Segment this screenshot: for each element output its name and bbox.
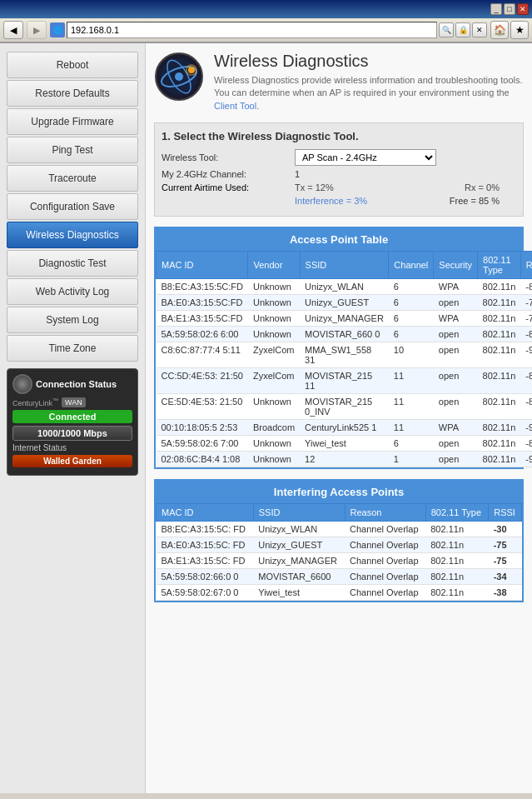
- sidebar-item-wireless-diagnostics[interactable]: Wireless Diagnostics: [7, 222, 138, 248]
- ap-channel: 6: [389, 327, 434, 342]
- ap-col-ssid: SSID: [300, 252, 389, 279]
- ap-ssid: Yiwei_test: [300, 436, 389, 452]
- client-tool-link[interactable]: Client Tool: [214, 101, 256, 111]
- ap-security: WPA: [434, 311, 478, 327]
- iap-type: 802.11n: [425, 553, 488, 569]
- ap-mac: 5A:59:58:02:6 7:00: [157, 436, 248, 452]
- sidebar-item-diagnostic-test[interactable]: Diagnostic Test: [7, 250, 138, 277]
- ap-type: 802.11n: [478, 452, 521, 467]
- search-icon[interactable]: 🔍: [439, 22, 454, 37]
- iap-ssid: Unizyx_MANAGER: [253, 553, 345, 569]
- ap-channel: 1: [389, 452, 434, 467]
- sidebar-item-web-activity-log[interactable]: Web Activity Log: [7, 278, 138, 305]
- iap-rssi: -75: [489, 537, 522, 553]
- connected-badge: Connected: [12, 410, 132, 423]
- wireless-diagnostics-icon: [154, 52, 204, 102]
- iap-rssi: -38: [489, 585, 522, 601]
- ap-rssi: -94: [520, 452, 532, 467]
- ap-channel: 11: [389, 420, 434, 436]
- sidebar-item-system-log[interactable]: System Log: [7, 307, 138, 333]
- ap-type: 802.11n: [478, 279, 521, 295]
- ap-rssi: -84: [520, 327, 532, 342]
- ap-security: open: [434, 394, 478, 420]
- ap-vendor: ZyxelCom: [248, 368, 300, 394]
- ap-vendor: Unknown: [248, 327, 300, 342]
- walled-garden-badge: Walled Garden: [12, 455, 132, 467]
- ap-type: 802.11n: [478, 368, 521, 394]
- ap-security: WPA: [434, 420, 478, 436]
- connection-status-widget: Connection Status CenturyLink™ WAN Conne…: [7, 368, 138, 476]
- sidebar-item-restore-defaults[interactable]: Restore Defaults: [7, 80, 138, 107]
- address-input[interactable]: [67, 22, 437, 38]
- list-item: 5A:59:58:02:66:0 0 MOVISTAR_6600 Channel…: [157, 569, 522, 585]
- page-description: Wireless Diagnostics provide wireless in…: [214, 74, 524, 112]
- ap-rssi: -88: [520, 436, 532, 452]
- iap-type: 802.11n: [425, 537, 488, 553]
- wan-row: CenturyLink™ WAN: [12, 397, 132, 407]
- ap-security: open: [434, 342, 478, 368]
- iap-table-box: Interfering Access Points MAC ID SSID Re…: [154, 479, 524, 602]
- ap-security: open: [434, 327, 478, 342]
- ap-col-vendor: Vendor: [248, 252, 300, 279]
- close-button[interactable]: ✕: [517, 3, 529, 15]
- channel-label: My 2.4GHz Channel:: [162, 169, 295, 179]
- ap-type: 802.11n: [478, 342, 521, 368]
- wireless-tool-select[interactable]: AP Scan - 2.4GHz AP Scan - 5GHz Spectrum…: [295, 149, 436, 166]
- interference-value: Interference = 3%: [295, 196, 450, 206]
- iap-reason: Channel Overlap: [345, 537, 425, 553]
- sidebar-item-config-save[interactable]: Configuration Save: [7, 193, 138, 220]
- ap-security: open: [434, 295, 478, 311]
- ap-rssi: -92: [520, 420, 532, 436]
- ap-col-security: Security: [434, 252, 478, 279]
- table-row: 5A:59:58:02:6 7:00 Unknown Yiwei_test 6 …: [157, 436, 533, 452]
- sidebar-item-time-zone[interactable]: Time Zone: [7, 335, 138, 362]
- airtime-label: Current Airtime Used:: [162, 182, 295, 192]
- iap-reason: Channel Overlap: [345, 585, 425, 601]
- maximize-button[interactable]: □: [504, 3, 515, 15]
- diagnostic-tool-section: 1. Select the Wireless Diagnostic Tool. …: [154, 122, 524, 217]
- header-text: Wireless Diagnostics Wireless Diagnostic…: [214, 52, 524, 112]
- connection-icon: [12, 374, 32, 394]
- sidebar-item-reboot[interactable]: Reboot: [7, 52, 138, 78]
- ap-ssid: MOVISTAR_215 0_INV: [300, 394, 389, 420]
- sidebar-item-upgrade-firmware[interactable]: Upgrade Firmware: [7, 108, 138, 135]
- back-button[interactable]: ◀: [3, 21, 23, 39]
- ap-ssid: Unizyx_MANAGER: [300, 311, 389, 327]
- ap-rssi: -91: [520, 342, 532, 368]
- channel-value: 1: [295, 169, 516, 179]
- star-icon[interactable]: ★: [510, 21, 529, 39]
- svg-point-5: [188, 67, 195, 73]
- wireless-tool-label: Wireless Tool:: [162, 152, 295, 162]
- ap-col-mac: MAC ID: [157, 252, 248, 279]
- ap-ssid: 12: [300, 452, 389, 467]
- table-row: C8:6C:87:77:4 5:11 ZyxelCom MMA_SW1_558 …: [157, 342, 533, 368]
- title-bar: _ □ ✕: [0, 0, 532, 18]
- iap-table-title: Interfering Access Points: [156, 481, 522, 503]
- ap-col-channel: Channel: [389, 252, 434, 279]
- ap-table-header-row: MAC ID Vendor SSID Channel Security 802.…: [157, 252, 533, 279]
- iap-reason: Channel Overlap: [345, 522, 425, 537]
- close-address-icon[interactable]: ✕: [472, 22, 487, 37]
- forward-button[interactable]: ▶: [27, 21, 47, 39]
- home-icon[interactable]: 🏠: [490, 21, 509, 39]
- table-row: 02:08:6C:B4:4 1:08 Unknown 12 1 open 802…: [157, 452, 533, 467]
- ap-mac: 00:10:18:05:5 2:53: [157, 420, 248, 436]
- sidebar: Reboot Restore Defaults Upgrade Firmware…: [0, 43, 146, 793]
- iap-mac: 5A:59:58:02:66:0 0: [157, 569, 254, 585]
- iap-reason: Channel Overlap: [345, 569, 425, 585]
- sidebar-item-traceroute[interactable]: Traceroute: [7, 165, 138, 192]
- ap-channel: 6: [389, 311, 434, 327]
- minimize-button[interactable]: _: [490, 3, 502, 15]
- table-row: CE:5D:4E:53: 21:50 Unknown MOVISTAR_215 …: [157, 394, 533, 420]
- ap-ssid: MOVISTAR_660 0: [300, 327, 389, 342]
- sidebar-item-ping-test[interactable]: Ping Test: [7, 137, 138, 163]
- page-header: Wireless Diagnostics Wireless Diagnostic…: [154, 52, 524, 112]
- wan-badge: WAN: [62, 397, 86, 407]
- iap-rssi: -30: [489, 522, 522, 537]
- list-item: BA:E0:A3:15:5C: FD Unizyx_GUEST Channel …: [157, 537, 522, 553]
- ap-mac: 02:08:6C:B4:4 1:08: [157, 452, 248, 467]
- centurylink-logo: CenturyLink™: [12, 397, 58, 407]
- toolbar-icons: 🏠 ★: [490, 21, 529, 39]
- ap-channel: 11: [389, 368, 434, 394]
- list-item: BA:E1:A3:15:5C: FD Unizyx_MANAGER Channe…: [157, 553, 522, 569]
